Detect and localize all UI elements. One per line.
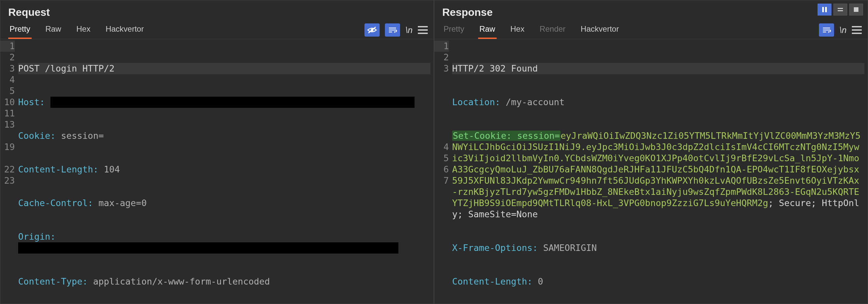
svg-marker-4 bbox=[394, 31, 396, 33]
resp-line-location: Location: /my-account bbox=[452, 97, 864, 108]
redacted-host bbox=[51, 97, 414, 108]
newline-toggle-resp[interactable]: \n bbox=[839, 25, 846, 35]
req-line-cache: Cache-Control: max-age=0 bbox=[18, 197, 430, 209]
resp-line-clen: Content-Length: 0 bbox=[452, 276, 864, 287]
tab-raw[interactable]: Raw bbox=[44, 21, 63, 39]
resp-line-xframe: X-Frame-Options: SAMEORIGIN bbox=[452, 242, 864, 253]
newline-toggle[interactable]: \n bbox=[405, 25, 412, 35]
req-line-1: POST /login HTTP/2 bbox=[18, 63, 430, 74]
req-line-origin: Origin: bbox=[18, 231, 430, 253]
request-code[interactable]: POST /login HTTP/2 Host: Cookie: session… bbox=[18, 40, 434, 304]
tab-hackvertor-resp[interactable]: Hackvertor bbox=[579, 21, 620, 39]
tab-hex[interactable]: Hex bbox=[75, 21, 92, 39]
response-tabs: Pretty Raw Hex Render Hackvertor \n bbox=[434, 21, 868, 39]
req-line-ctype: Content-Type: application/x-www-form-url… bbox=[18, 276, 430, 287]
response-title: Response bbox=[442, 6, 493, 19]
req-line-cookie: Cookie: session= bbox=[18, 130, 430, 142]
tab-pretty-resp[interactable]: Pretty bbox=[442, 21, 466, 39]
tab-pretty[interactable]: Pretty bbox=[8, 21, 32, 39]
tab-hex-resp[interactable]: Hex bbox=[509, 21, 526, 39]
menu-icon-resp[interactable] bbox=[852, 26, 862, 34]
request-tabs: Pretty Raw Hex Hackvertor \n bbox=[0, 21, 434, 39]
resp-line-setcookie: Set-Cookie: session=eyJraWQiOiIwZDQ3Nzc1… bbox=[452, 130, 864, 220]
jwt-token: eyJraWQiOiIwZDQ3Nzc1Zi05YTM5LTRkMmItYjVl… bbox=[452, 130, 861, 208]
svg-marker-13 bbox=[828, 31, 830, 33]
req-line-host: Host: bbox=[18, 97, 430, 108]
req-line-clen: Content-Length: 104 bbox=[18, 164, 430, 175]
wrap-icon-resp[interactable] bbox=[819, 23, 834, 37]
tab-render-resp[interactable]: Render bbox=[538, 21, 567, 39]
hide-icon[interactable] bbox=[365, 23, 380, 37]
request-editor[interactable]: 1 2 3 4 5 10 11 13 19 22 23 POST /login … bbox=[0, 39, 434, 304]
response-panel: Response Pretty Raw Hex Render Hackverto… bbox=[434, 0, 868, 304]
menu-icon[interactable] bbox=[418, 26, 428, 34]
tab-hackvertor[interactable]: Hackvertor bbox=[104, 21, 145, 39]
wrap-icon[interactable] bbox=[385, 23, 400, 37]
response-editor[interactable]: 1 2 3 4 5 6 7 HTTP/2 302 Found Location:… bbox=[434, 39, 868, 304]
request-title: Request bbox=[8, 6, 50, 19]
request-gutter: 1 2 3 4 5 10 11 13 19 22 23 bbox=[0, 40, 18, 304]
request-header: Request bbox=[0, 0, 434, 21]
response-code[interactable]: HTTP/2 302 Found Location: /my-account S… bbox=[452, 40, 868, 304]
response-header: Response bbox=[434, 0, 868, 21]
redacted-origin bbox=[18, 242, 398, 253]
set-cookie-highlight: Set-Cookie: session= bbox=[452, 130, 561, 141]
request-panel: Request Pretty Raw Hex Hackvertor \n 1 2 bbox=[0, 0, 434, 304]
tab-raw-resp[interactable]: Raw bbox=[478, 21, 497, 39]
response-gutter: 1 2 3 4 5 6 7 bbox=[434, 40, 452, 304]
resp-line-1: HTTP/2 302 Found bbox=[452, 63, 864, 74]
